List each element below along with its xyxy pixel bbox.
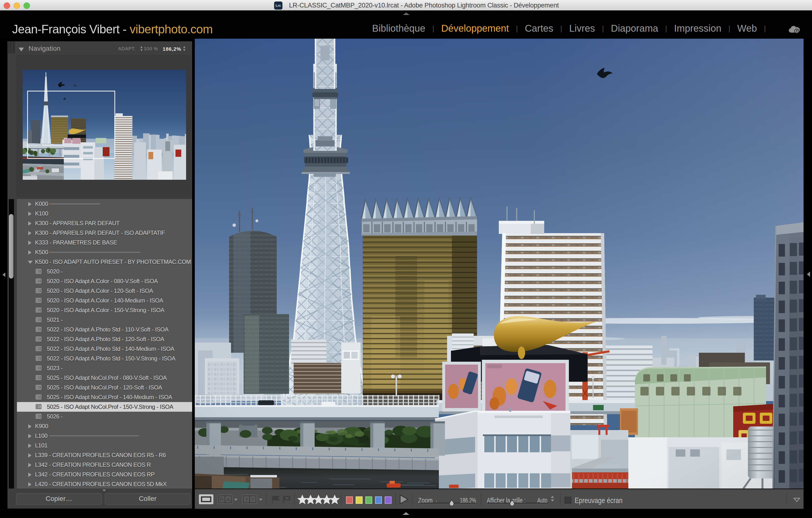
svg-text:Y: Y (251, 496, 255, 502)
svg-text:Epreuvage écran: Epreuvage écran (575, 496, 622, 505)
svg-text:Y: Y (245, 496, 249, 502)
svg-text:R: R (220, 496, 224, 502)
svg-text:A: A (227, 496, 230, 502)
